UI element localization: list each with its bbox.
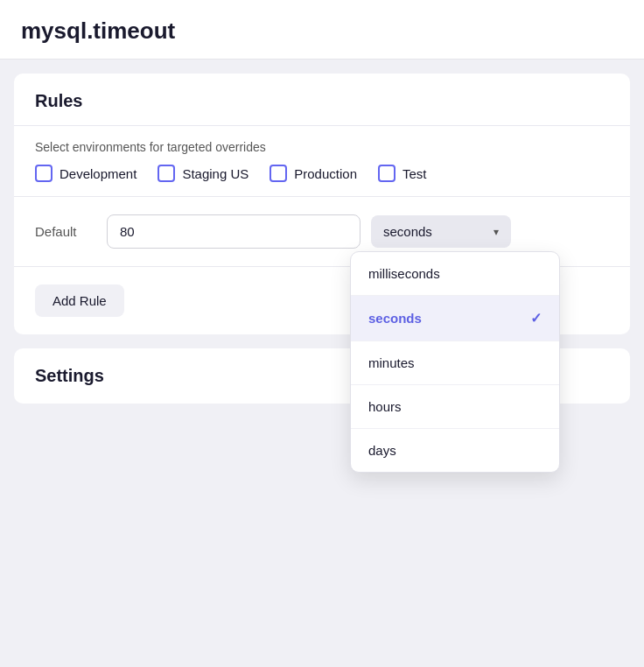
production-checkbox[interactable] — [270, 165, 287, 182]
staging-us-checkbox[interactable] — [158, 165, 175, 182]
production-label: Production — [294, 166, 357, 181]
rules-card-header: Rules — [14, 74, 630, 126]
selected-unit-label: seconds — [383, 224, 432, 239]
development-label: Development — [60, 166, 136, 181]
hours-label: hours — [368, 399, 402, 414]
seconds-label: seconds — [368, 311, 422, 326]
default-value-input[interactable] — [107, 214, 360, 249]
env-staging-us[interactable]: Staging US — [158, 165, 248, 182]
add-rule-button[interactable]: Add Rule — [35, 284, 124, 317]
rules-card: Rules Select environments for targeted o… — [14, 74, 630, 334]
test-label: Test — [402, 166, 427, 181]
rules-card-title: Rules — [35, 91, 609, 111]
unit-dropdown-menu: milliseconds seconds ✓ minutes hours day… — [350, 251, 560, 473]
days-label: days — [368, 443, 396, 458]
checkboxes-row: Development Staging US Production Test — [35, 165, 609, 182]
option-seconds[interactable]: seconds ✓ — [351, 296, 559, 341]
default-label: Default — [35, 224, 96, 239]
option-days[interactable]: days — [351, 429, 559, 472]
option-milliseconds[interactable]: milliseconds — [351, 252, 559, 296]
option-minutes[interactable]: minutes — [351, 341, 559, 385]
development-checkbox[interactable] — [35, 165, 52, 182]
environments-section: Select environments for targeted overrid… — [14, 126, 630, 197]
selected-checkmark: ✓ — [530, 310, 542, 326]
minutes-label: minutes — [368, 355, 415, 370]
main-content: Rules Select environments for targeted o… — [0, 60, 644, 418]
env-production[interactable]: Production — [270, 165, 357, 182]
chevron-down-icon: ▾ — [494, 226, 499, 238]
unit-select-button[interactable]: seconds ▾ — [371, 215, 511, 248]
env-development[interactable]: Development — [35, 165, 136, 182]
option-hours[interactable]: hours — [351, 385, 559, 429]
environments-label: Select environments for targeted overrid… — [35, 140, 609, 154]
default-row: Default seconds ▾ milliseconds seconds ✓… — [14, 197, 630, 267]
env-test[interactable]: Test — [378, 165, 427, 182]
test-checkbox[interactable] — [378, 165, 396, 182]
page-header: mysql.timeout — [0, 0, 644, 60]
milliseconds-label: milliseconds — [368, 266, 440, 281]
staging-us-label: Staging US — [182, 166, 248, 181]
page-title: mysql.timeout — [21, 18, 623, 45]
